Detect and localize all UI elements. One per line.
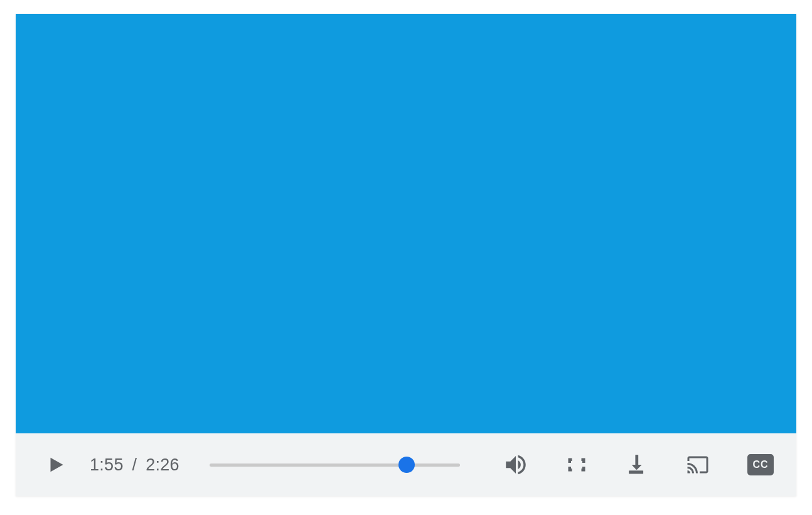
play-icon <box>46 454 65 475</box>
progress-thumb[interactable] <box>398 457 415 473</box>
download-icon <box>624 453 648 477</box>
volume-button[interactable] <box>503 452 529 478</box>
controls-left-group: 1:55 / 2:26 <box>46 454 179 475</box>
time-separator: / <box>132 455 137 474</box>
cast-icon <box>685 453 711 476</box>
current-time: 1:55 <box>90 455 124 474</box>
duration: 2:26 <box>146 455 179 474</box>
fullscreen-button[interactable] <box>565 453 588 476</box>
fullscreen-icon <box>565 453 588 476</box>
video-surface[interactable] <box>16 14 796 433</box>
cast-button[interactable] <box>685 453 711 476</box>
time-display: 1:55 / 2:26 <box>90 455 179 475</box>
video-controls-bar: 1:55 / 2:26 <box>16 433 796 496</box>
download-button[interactable] <box>624 453 648 477</box>
video-player: 1:55 / 2:26 <box>16 14 796 496</box>
controls-right-group: CC <box>503 452 774 478</box>
progress-slider[interactable] <box>210 452 460 477</box>
play-button[interactable] <box>46 454 65 475</box>
svg-rect-0 <box>629 471 643 474</box>
volume-icon <box>503 452 529 478</box>
progress-track <box>210 464 460 467</box>
captions-label: CC <box>752 459 768 470</box>
captions-button[interactable]: CC <box>747 454 774 475</box>
